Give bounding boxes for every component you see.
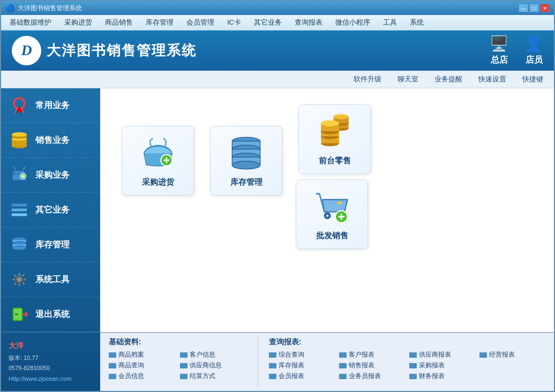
link-comprehensive-query[interactable]: 综合查询 [269,350,335,359]
svg-point-0 [14,98,25,109]
header-logo: D 大洋图书销售管理系统 [12,36,197,65]
quick-shortcuts[interactable]: 快捷键 [522,74,543,84]
menu-item-basic-data[interactable]: 基础数据维护 [3,16,58,29]
svg-rect-17 [11,203,27,207]
svg-point-55 [321,120,339,126]
list-icon-1 [109,352,116,358]
list-icon-q10 [409,374,417,379]
quick-chat[interactable]: 聊天室 [398,74,418,84]
sidebar-label-tools: 系统工具 [35,274,70,285]
list-icon-q1 [269,352,276,358]
menu-item-system[interactable]: 系统 [403,16,430,29]
brand-name: 大洋 [9,339,93,352]
gear-icon [10,270,29,289]
svg-point-10 [12,132,27,137]
version-number: 版本: 10.77 [9,353,93,364]
svg-rect-61 [337,202,341,205]
list-icon-4 [180,363,188,368]
menu-item-report[interactable]: 查询报表 [288,16,329,29]
menu-bar: 基础数据维护 采购进货 商品销售 库存管理 会员管理 IC卡 其它业务 查询报表… [1,15,554,30]
link-settlement[interactable]: 结算方式 [180,372,247,381]
wholesale-tile[interactable]: 批发销售 [296,179,368,249]
menu-item-member[interactable]: 会员管理 [180,16,221,29]
store-label: 总店 [491,55,508,66]
link-purchase-report[interactable]: 采购报表 [409,361,475,370]
logo-icon: D [12,36,41,65]
store-selector[interactable]: 🖥️ 总店 [490,35,508,66]
menu-item-inventory[interactable]: 库存管理 [139,16,180,29]
purchase-label: 采购进货 [142,177,174,187]
sidebar-item-inventory[interactable]: 库存管理 [1,228,100,262]
link-empty2 [479,372,545,381]
inventory-tile[interactable]: 库存管理 [210,126,282,195]
bottom-panel: 基础资料: 商品档案 客户信息 商品查询 [100,332,554,391]
content-wrapper: 常用业务 销售业务 [1,88,554,391]
phone-number: 0579-82810050 [9,363,93,374]
close-button[interactable]: ✕ [540,4,550,12]
sidebar-item-common[interactable]: 常用业务 [1,88,100,123]
list-icon-q9 [339,374,347,379]
menu-item-other[interactable]: 其它业务 [248,16,288,29]
sidebar: 常用业务 销售业务 [1,88,100,391]
svg-point-24 [12,246,26,250]
link-customer-report[interactable]: 客户报表 [339,350,405,359]
title-bar-controls: — □ ✕ [519,4,550,12]
svg-point-60 [326,215,328,217]
link-supplier-info[interactable]: 供应商信息 [180,361,247,370]
menu-item-tools[interactable]: 工具 [377,16,403,29]
menu-item-sales[interactable]: 商品销售 [99,16,139,29]
exit-icon [10,305,29,324]
list-icon-q6 [339,363,347,368]
link-member-report[interactable]: 会员报表 [269,372,335,381]
quick-settings[interactable]: 快速设置 [478,74,506,84]
maximize-button[interactable]: □ [529,4,539,12]
link-salesperson-report[interactable]: 业务员报表 [339,372,405,381]
sidebar-item-sales[interactable]: 销售业务 [1,123,100,158]
minimize-button[interactable]: — [519,4,528,12]
link-goods-query[interactable]: 商品查询 [109,361,176,370]
basic-data-section: 基础资料: 商品档案 客户信息 商品查询 [109,337,247,387]
header-right: 🖥️ 总店 👤 店员 [490,35,543,66]
front-sale-icon-area [316,113,354,150]
link-inventory-report[interactable]: 库存报表 [269,361,335,370]
link-management-report[interactable]: 经营报表 [479,350,545,359]
sidebar-label-exit: 退出系统 [35,309,70,320]
title-bar-left: 🔵 大洋图书销售管理系统 [5,4,82,13]
svg-rect-19 [11,213,27,216]
website-link[interactable]: Http://www.zjocean.com [9,374,93,385]
sidebar-label-sales: 销售业务 [35,135,70,146]
sidebar-item-tools[interactable]: 系统工具 [1,262,100,297]
link-sales-report[interactable]: 销售报表 [339,361,405,370]
link-supplier-report[interactable]: 供应商报表 [409,350,475,359]
basic-links: 商品档案 客户信息 商品查询 供应商信息 [109,350,247,381]
link-finance-report[interactable]: 财务报表 [409,372,475,381]
menu-item-ic[interactable]: IC卡 [221,16,248,29]
wholesale-icon-area [313,188,351,225]
module-tiles-area: 采购进货 库存管理 [100,88,554,332]
purchase-tile[interactable]: 采购进货 [122,126,194,195]
query-links: 综合查询 客户报表 供应商报表 经营报表 [269,350,545,381]
sidebar-item-purchase[interactable]: 采购业务 [1,158,100,193]
link-goods-archive[interactable]: 商品档案 [109,350,176,359]
link-member-info[interactable]: 会员信息 [109,372,176,381]
purchase-icon [139,134,177,172]
monitor-icon: 🖥️ [490,35,508,52]
clerk-selector[interactable]: 👤 店员 [524,35,543,66]
sidebar-item-exit[interactable]: 退出系统 [1,297,100,332]
menu-item-wechat[interactable]: 微信小程序 [329,16,377,29]
quick-upgrade[interactable]: 软件升级 [354,74,381,84]
quick-reminder[interactable]: 业务提醒 [434,74,462,84]
menu-item-purchase[interactable]: 采购进货 [58,16,99,29]
quick-bar: 软件升级 聊天室 业务提醒 快速设置 快捷键 [1,71,554,89]
ribbon-icon [10,96,29,115]
stack-icon [10,200,29,220]
link-customer-info[interactable]: 客户信息 [180,350,247,359]
svg-line-15 [13,167,16,170]
svg-rect-18 [11,208,27,212]
sidebar-item-other[interactable]: 其它业务 [1,193,100,228]
list-icon-q7 [409,363,417,368]
person-icon: 👤 [524,35,543,52]
list-icon-q2 [339,352,347,358]
front-sale-tile[interactable]: 前台零售 [298,104,371,174]
list-icon-q4 [479,352,487,358]
